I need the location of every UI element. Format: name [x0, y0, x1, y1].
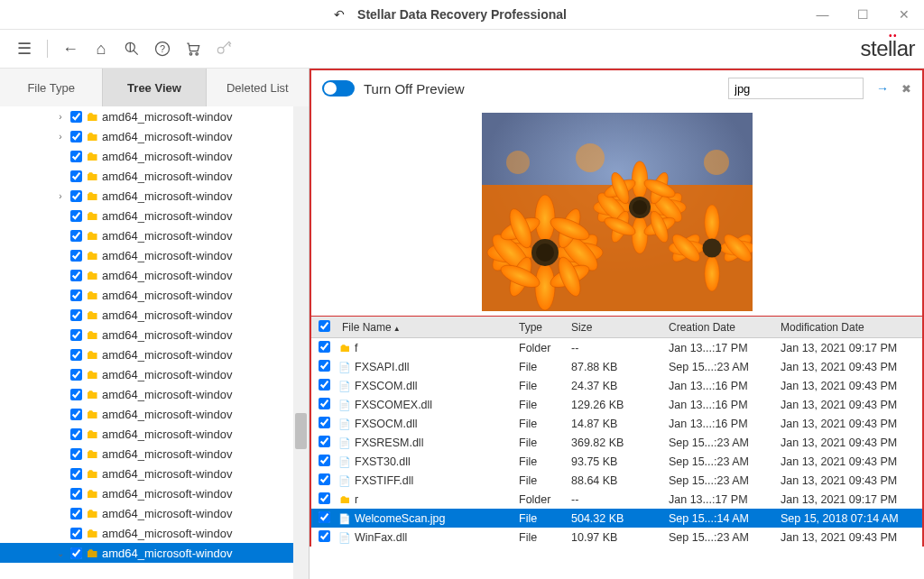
tree-item-checkbox[interactable]: [70, 131, 82, 142]
search-clear-icon[interactable]: ✖: [901, 82, 911, 96]
menu-icon[interactable]: ☰: [9, 33, 40, 64]
tree-item-checkbox[interactable]: [70, 369, 82, 381]
column-filename[interactable]: File Name▲: [337, 321, 519, 334]
column-size[interactable]: Size: [571, 321, 669, 334]
table-row[interactable]: 📄FXSAPI.dllFile87.88 KBSep 15...:23 AMJa…: [311, 357, 922, 376]
scan-icon[interactable]: [116, 33, 147, 64]
tree-item-checkbox[interactable]: [70, 409, 82, 420]
tree-item-checkbox[interactable]: [70, 170, 82, 182]
tree-item[interactable]: 🖿amd64_microsoft-windov: [0, 384, 309, 404]
tree-item[interactable]: 🖿amd64_microsoft-windov: [0, 523, 309, 543]
tree-item[interactable]: 🖿amd64_microsoft-windov: [0, 265, 309, 285]
tree-item[interactable]: 🖿amd64_microsoft-windov: [0, 225, 309, 245]
tree-item[interactable]: 🖿amd64_microsoft-windov: [0, 404, 309, 424]
tree-item-checkbox[interactable]: [70, 389, 82, 400]
table-row[interactable]: 📄WelcomeScan.jpgFile504.32 KBSep 15...:1…: [311, 509, 922, 528]
tree-item[interactable]: 🖿amd64_microsoft-windov: [0, 325, 309, 345]
chevron-icon[interactable]: ›: [54, 112, 67, 122]
tree-item-checkbox[interactable]: [70, 508, 82, 519]
cart-icon[interactable]: [178, 33, 208, 64]
preview-toggle[interactable]: [322, 80, 355, 96]
maximize-button[interactable]: ☐: [843, 0, 883, 29]
tree-item-checkbox[interactable]: [70, 230, 82, 242]
home-icon[interactable]: ⌂: [86, 33, 116, 64]
tree-item-checkbox[interactable]: [70, 448, 82, 460]
tree-item-checkbox[interactable]: [70, 428, 82, 440]
row-checkbox[interactable]: [319, 530, 330, 542]
column-modification-date[interactable]: Modification Date: [781, 321, 922, 334]
tree-item[interactable]: 🖿amd64_microsoft-windov: [0, 464, 309, 483]
tree-item[interactable]: 🖿amd64_microsoft-windov: [0, 305, 309, 325]
table-header: File Name▲ Type Size Creation Date Modif…: [311, 317, 922, 338]
tree-item-checkbox[interactable]: [70, 547, 82, 559]
tree-item-checkbox[interactable]: [70, 210, 82, 222]
tree-item-checkbox[interactable]: [70, 270, 82, 281]
row-checkbox[interactable]: [319, 511, 330, 523]
tree-item[interactable]: 🖿amd64_microsoft-windov: [0, 364, 309, 384]
tree-item[interactable]: 🖿amd64_microsoft-windov: [0, 483, 309, 503]
tree-item-checkbox[interactable]: [70, 250, 82, 262]
tree-item[interactable]: 🖿amd64_microsoft-windov: [0, 206, 309, 225]
tab-file-type[interactable]: File Type: [0, 69, 103, 106]
chevron-icon[interactable]: ⌄: [54, 548, 67, 558]
select-all-checkbox[interactable]: [319, 320, 330, 332]
key-icon[interactable]: [208, 33, 239, 64]
table-row[interactable]: 📄WinFax.dllFile10.97 KBSep 15...:23 AMJa…: [311, 528, 922, 547]
help-icon[interactable]: ?: [147, 33, 178, 64]
tab-tree-view[interactable]: Tree View: [103, 69, 206, 106]
row-checkbox[interactable]: [319, 455, 330, 466]
table-row[interactable]: 📄FXSTIFF.dllFile88.64 KBSep 15...:23 AMJ…: [311, 471, 922, 490]
row-checkbox[interactable]: [319, 360, 330, 372]
tree-item[interactable]: ›🖿amd64_microsoft-windov: [0, 106, 309, 126]
row-checkbox[interactable]: [319, 379, 330, 391]
cell-filename: FXSAPI.dll: [353, 361, 519, 373]
tree-item[interactable]: ›🖿amd64_microsoft-windov: [0, 186, 309, 206]
row-checkbox[interactable]: [319, 473, 330, 485]
row-checkbox[interactable]: [319, 341, 330, 353]
close-button[interactable]: ✕: [883, 0, 924, 29]
tree-item[interactable]: ›🖿amd64_microsoft-windov: [0, 126, 309, 146]
tree-scrollbar[interactable]: [293, 106, 309, 579]
row-checkbox[interactable]: [319, 492, 330, 504]
tree-item-checkbox[interactable]: [70, 349, 82, 361]
tree-item-checkbox[interactable]: [70, 528, 82, 539]
folder-icon: 🖿: [86, 149, 98, 163]
column-creation-date[interactable]: Creation Date: [669, 321, 781, 334]
table-row[interactable]: 📄FXSRESM.dllFile369.82 KBSep 15...:23 AM…: [311, 433, 922, 452]
tree-item[interactable]: 🖿amd64_microsoft-windov: [0, 166, 309, 186]
table-row[interactable]: 📄FXST30.dllFile93.75 KBSep 15...:23 AMJa…: [311, 452, 922, 471]
row-checkbox[interactable]: [319, 436, 330, 447]
tab-deleted-list[interactable]: Deleted List: [207, 69, 310, 106]
tree-item-checkbox[interactable]: [70, 290, 82, 301]
tree-item[interactable]: 🖿amd64_microsoft-windov: [0, 444, 309, 464]
tree-item-checkbox[interactable]: [70, 329, 82, 341]
tree-item[interactable]: 🖿amd64_microsoft-windov: [0, 146, 309, 166]
search-go-icon[interactable]: →: [876, 81, 889, 96]
table-row[interactable]: 🖿fFolder--Jan 13...:17 PMJan 13, 2021 09…: [311, 338, 922, 357]
table-row[interactable]: 📄FXSOCM.dllFile14.87 KBJan 13...:16 PMJa…: [311, 414, 922, 433]
minimize-button[interactable]: —: [802, 0, 843, 29]
tree-item[interactable]: 🖿amd64_microsoft-windov: [0, 285, 309, 305]
tree-item[interactable]: 🖿amd64_microsoft-windov: [0, 503, 309, 523]
column-type[interactable]: Type: [519, 321, 571, 334]
tree-item-checkbox[interactable]: [70, 111, 82, 123]
chevron-icon[interactable]: ›: [54, 132, 67, 142]
row-checkbox[interactable]: [319, 417, 330, 428]
tree-item[interactable]: 🖿amd64_microsoft-windov: [0, 424, 309, 444]
tree-item-checkbox[interactable]: [70, 309, 82, 321]
search-input[interactable]: [728, 78, 864, 99]
tree-item[interactable]: ⌄🖿amd64_microsoft-windov: [0, 543, 309, 563]
sort-asc-icon: ▲: [393, 325, 401, 333]
tree-item-checkbox[interactable]: [70, 488, 82, 500]
tree-item-checkbox[interactable]: [70, 151, 82, 162]
chevron-icon[interactable]: ›: [54, 191, 67, 201]
table-row[interactable]: 📄FXSCOM.dllFile24.37 KBJan 13...:16 PMJa…: [311, 376, 922, 395]
back-icon[interactable]: ←: [55, 33, 86, 64]
row-checkbox[interactable]: [319, 398, 330, 409]
tree-item[interactable]: 🖿amd64_microsoft-windov: [0, 345, 309, 364]
tree-item-checkbox[interactable]: [70, 468, 82, 480]
table-row[interactable]: 📄FXSCOMEX.dllFile129.26 KBJan 13...:16 P…: [311, 395, 922, 414]
tree-item[interactable]: 🖿amd64_microsoft-windov: [0, 245, 309, 265]
table-row[interactable]: 🖿rFolder--Jan 13...:17 PMJan 13, 2021 09…: [311, 490, 922, 509]
tree-item-checkbox[interactable]: [70, 190, 82, 202]
